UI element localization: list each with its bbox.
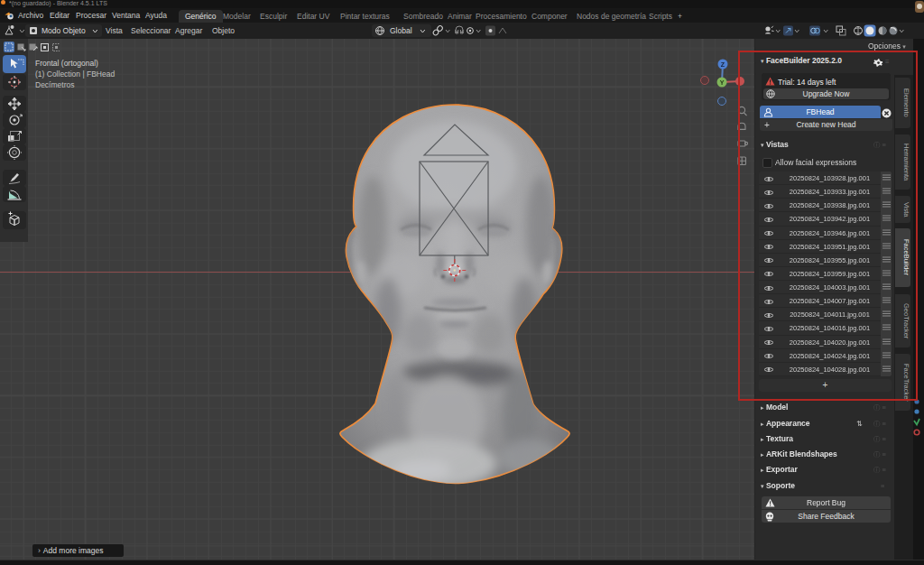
svg-text:Z: Z <box>721 61 725 68</box>
svg-text:Y: Y <box>720 79 725 86</box>
